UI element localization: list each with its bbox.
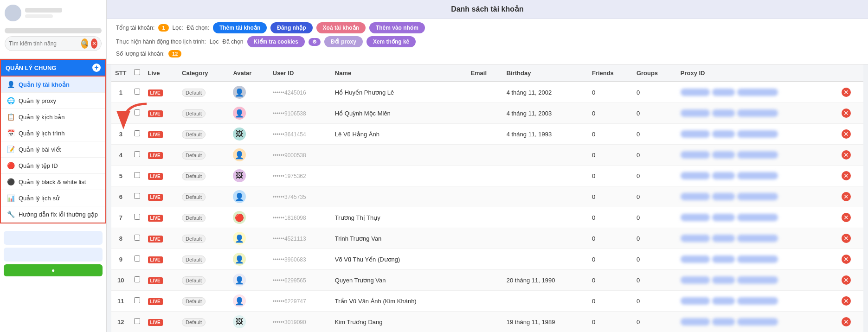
select-all-checkbox[interactable] <box>134 69 140 75</box>
col-proxy: Proxy ID <box>677 64 838 82</box>
row-checkbox[interactable] <box>134 151 140 157</box>
close-icon[interactable]: ✕ <box>91 38 97 49</box>
proxy-tag2: p2 <box>712 89 734 96</box>
cell-checkbox <box>130 249 144 270</box>
row-checkbox[interactable] <box>134 297 140 303</box>
delete-row-button[interactable]: ✕ <box>842 171 851 180</box>
cell-delete: ✕ <box>838 207 863 228</box>
cell-birthday <box>503 207 588 228</box>
delete-row-button[interactable]: ✕ <box>842 213 851 222</box>
sidebar-bottom-item-1[interactable] <box>4 231 103 245</box>
row-checkbox[interactable] <box>134 109 140 115</box>
proxy-tag3: proxy-long <box>737 151 778 159</box>
cell-category: Default <box>178 207 229 228</box>
cell-email <box>467 207 502 228</box>
cell-userid: ••••••3019090 <box>269 312 331 332</box>
menu-label: Quản lý bài viết <box>19 146 61 153</box>
delete-row-button[interactable]: ✕ <box>842 296 851 306</box>
row-checkbox[interactable] <box>134 276 140 282</box>
cell-live: LIVE <box>144 228 179 249</box>
sidebar-item-tai-khoan[interactable]: 👤 Quản lý tài khoản <box>1 77 105 93</box>
stats-button[interactable]: Xem thống kê <box>366 36 416 47</box>
section-add-button[interactable]: + <box>92 64 101 72</box>
cell-avatar: 👤 <box>229 249 269 270</box>
sidebar-item-black-white[interactable]: ⚫ Quản lý black & white list <box>1 174 105 190</box>
cell-friends: 0 <box>588 228 633 249</box>
proxy-tag2: p2 <box>712 255 734 263</box>
row-checkbox[interactable] <box>134 255 140 262</box>
col-birthday: Birthday <box>503 64 588 82</box>
sidebar-item-fix-loi[interactable]: 🔧 Hướng dẫn fix lỗi thường gặp <box>1 206 105 223</box>
cell-friends: 0 <box>588 124 633 145</box>
cell-friends: 0 <box>588 207 633 228</box>
cell-name: Kim Trương Dang <box>331 312 467 332</box>
delete-row-button[interactable]: ✕ <box>842 275 851 285</box>
proxy-tag2: p2 <box>712 172 734 179</box>
sidebar-menu: 👤 Quản lý tài khoản 🌐 Quản lý proxy 📋 Qu… <box>0 77 106 223</box>
cell-checkbox <box>130 228 144 249</box>
add-account-button[interactable] <box>5 28 102 33</box>
sidebar-item-kich-ban[interactable]: 📋 Quản lý kịch bản <box>1 109 105 125</box>
delete-row-button[interactable]: ✕ <box>842 192 851 201</box>
sidebar-item-bai-viet[interactable]: 📝 Quản lý bài viết <box>1 141 105 158</box>
menu-label: Quản lý kịch bản <box>19 114 65 121</box>
live-badge: LIVE <box>148 256 163 263</box>
table-row: 11 LIVE Default 👤 ••••••6229747 Trần Vũ … <box>111 291 863 312</box>
live-badge: LIVE <box>148 89 163 96</box>
delete-row-button[interactable]: ✕ <box>842 317 851 326</box>
cell-name: Hồ Huyền Phương Lê <box>331 82 467 103</box>
delete-row-button[interactable]: ✕ <box>842 129 851 139</box>
cell-proxy: proxy p2 proxy-long <box>677 186 838 207</box>
search-input[interactable] <box>9 40 78 47</box>
proxy-tag3: proxy-long <box>737 193 778 200</box>
add-account-button[interactable]: Thêm tài khoản <box>213 22 267 33</box>
check-cookies-button[interactable]: Kiểm tra cookies <box>247 36 305 47</box>
blackwhite-icon: ⚫ <box>6 178 15 185</box>
avatar-circle: 👤 <box>233 86 246 99</box>
live-badge: LIVE <box>148 152 163 159</box>
search-icon[interactable]: 🔍 <box>81 38 88 49</box>
row-checkbox[interactable] <box>134 130 140 136</box>
cell-email <box>467 186 502 207</box>
sidebar-green-button[interactable]: ● <box>4 264 103 276</box>
login-button[interactable]: Đăng nhập <box>270 22 312 33</box>
delete-row-button[interactable]: ✕ <box>842 255 851 264</box>
proxy-tag2: p2 <box>712 235 734 242</box>
row-checkbox[interactable] <box>134 235 140 241</box>
sidebar-item-lich-trinh[interactable]: 📅 Quản lý lịch trình <box>1 125 105 141</box>
proxy-tag3: proxy-long <box>737 235 778 242</box>
cell-userid: ••••••6299565 <box>269 270 331 291</box>
cell-category: Default <box>178 103 229 124</box>
row-checkbox[interactable] <box>134 318 140 324</box>
cell-groups: 0 <box>633 291 677 312</box>
sidebar-item-proxy[interactable]: 🌐 Quản lý proxy <box>1 93 105 109</box>
col-category: Category <box>178 64 229 82</box>
category-badge: Default <box>182 172 206 180</box>
category-badge: Default <box>182 297 206 306</box>
sidebar-bottom-item-2[interactable] <box>4 248 103 262</box>
cell-userid: ••••••3745735 <box>269 186 331 207</box>
delete-row-button[interactable]: ✕ <box>842 109 851 118</box>
row-checkbox[interactable] <box>134 89 140 95</box>
sidebar-item-tep-id[interactable]: 🔴 Quản lý tệp ID <box>1 158 105 174</box>
delete-row-button[interactable]: ✕ <box>842 88 851 97</box>
delete-row-button[interactable]: ✕ <box>842 234 851 243</box>
row-checkbox[interactable] <box>134 193 140 199</box>
row-checkbox[interactable] <box>134 172 140 178</box>
filter2-label: Lọc <box>210 38 219 45</box>
sidebar-item-lich-su[interactable]: 📊 Quản lý lịch sử <box>1 190 105 206</box>
cell-checkbox <box>130 270 144 291</box>
delete-account-button[interactable]: Xoá tài khoản <box>316 22 366 33</box>
proxy-tag: proxy <box>681 297 710 305</box>
cell-category: Default <box>178 228 229 249</box>
row-checkbox[interactable] <box>134 214 140 220</box>
cell-stt: 10 <box>111 270 130 291</box>
avatar-circle: 👤 <box>233 107 246 120</box>
cell-category: Default <box>178 145 229 166</box>
cell-delete: ✕ <box>838 270 863 291</box>
cell-proxy: proxy p2 proxy-long <box>677 228 838 249</box>
add-group-button[interactable]: Thêm vào nhóm <box>369 22 425 33</box>
change-proxy-button[interactable]: Đổi proxy <box>324 36 363 47</box>
delete-row-button[interactable]: ✕ <box>842 150 851 160</box>
cell-live: LIVE <box>144 166 179 186</box>
